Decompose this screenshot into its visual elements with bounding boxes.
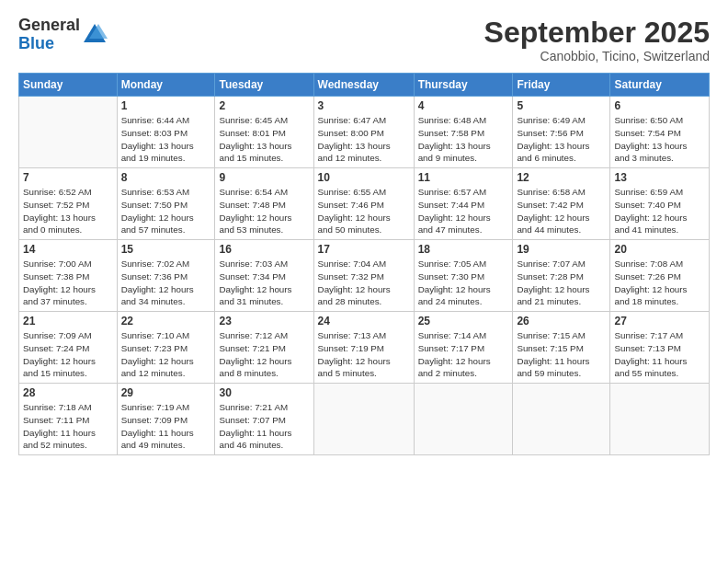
- day-info: Sunrise: 6:44 AMSunset: 8:03 PMDaylight:…: [121, 114, 211, 165]
- calendar-cell: 4Sunrise: 6:48 AMSunset: 7:58 PMDaylight…: [414, 97, 513, 168]
- day-number: 14: [23, 243, 113, 256]
- header: General Blue September 2025 Canobbio, Ti…: [18, 17, 710, 63]
- calendar-cell: 10Sunrise: 6:55 AMSunset: 7:46 PMDayligh…: [313, 168, 414, 240]
- day-number: 18: [418, 243, 509, 256]
- day-info: Sunrise: 6:47 AMSunset: 8:00 PMDaylight:…: [318, 114, 410, 165]
- day-info: Sunrise: 7:15 AMSunset: 7:15 PMDaylight:…: [517, 329, 606, 380]
- day-number: 25: [418, 315, 509, 327]
- day-number: 7: [23, 171, 113, 184]
- day-number: 1: [121, 99, 211, 112]
- calendar-cell: 12Sunrise: 6:58 AMSunset: 7:42 PMDayligh…: [513, 168, 610, 240]
- day-info: Sunrise: 7:05 AMSunset: 7:30 PMDaylight:…: [418, 258, 509, 308]
- calendar-cell: 7Sunrise: 6:52 AMSunset: 7:52 PMDaylight…: [19, 168, 118, 240]
- weekday-header-sunday: Sunday: [19, 74, 118, 97]
- title-block: September 2025 Canobbio, Ticino, Switzer…: [484, 17, 710, 63]
- logo-blue-text: Blue: [18, 35, 80, 53]
- day-info: Sunrise: 7:09 AMSunset: 7:24 PMDaylight:…: [23, 329, 113, 380]
- location-subtitle: Canobbio, Ticino, Switzerland: [484, 49, 710, 63]
- day-number: 23: [219, 315, 309, 327]
- day-info: Sunrise: 7:21 AMSunset: 7:07 PMDaylight:…: [219, 401, 309, 452]
- calendar-cell: 25Sunrise: 7:14 AMSunset: 7:17 PMDayligh…: [414, 312, 513, 384]
- calendar-cell: 1Sunrise: 6:44 AMSunset: 8:03 PMDaylight…: [117, 97, 215, 168]
- weekday-header-row: SundayMondayTuesdayWednesdayThursdayFrid…: [19, 74, 710, 97]
- calendar-cell: 30Sunrise: 7:21 AMSunset: 7:07 PMDayligh…: [215, 384, 313, 455]
- calendar-week-2: 7Sunrise: 6:52 AMSunset: 7:52 PMDaylight…: [19, 168, 710, 240]
- day-number: 24: [318, 315, 410, 327]
- day-number: 9: [219, 171, 309, 184]
- weekday-header-tuesday: Tuesday: [215, 74, 313, 97]
- day-number: 21: [23, 315, 113, 327]
- page: General Blue September 2025 Canobbio, Ti…: [0, 0, 728, 563]
- calendar-week-4: 21Sunrise: 7:09 AMSunset: 7:24 PMDayligh…: [19, 312, 710, 384]
- weekday-header-thursday: Thursday: [414, 74, 513, 97]
- day-number: 11: [418, 171, 509, 184]
- day-number: 22: [121, 315, 211, 327]
- calendar-cell: 13Sunrise: 6:59 AMSunset: 7:40 PMDayligh…: [610, 168, 710, 240]
- day-number: 15: [121, 243, 211, 256]
- calendar-cell: 11Sunrise: 6:57 AMSunset: 7:44 PMDayligh…: [414, 168, 513, 240]
- day-info: Sunrise: 6:55 AMSunset: 7:46 PMDaylight:…: [318, 186, 410, 236]
- calendar-cell: 29Sunrise: 7:19 AMSunset: 7:09 PMDayligh…: [117, 384, 215, 455]
- day-number: 8: [121, 171, 211, 184]
- calendar-cell: [610, 384, 710, 455]
- calendar-week-3: 14Sunrise: 7:00 AMSunset: 7:38 PMDayligh…: [19, 240, 710, 312]
- calendar-table: SundayMondayTuesdayWednesdayThursdayFrid…: [18, 73, 710, 455]
- logo-general-text: General: [18, 17, 80, 35]
- day-info: Sunrise: 6:59 AMSunset: 7:40 PMDaylight:…: [614, 186, 705, 236]
- weekday-header-saturday: Saturday: [610, 74, 710, 97]
- calendar-cell: 20Sunrise: 7:08 AMSunset: 7:26 PMDayligh…: [610, 240, 710, 312]
- day-info: Sunrise: 7:14 AMSunset: 7:17 PMDaylight:…: [418, 329, 509, 380]
- day-number: 3: [318, 99, 410, 112]
- calendar-cell: 26Sunrise: 7:15 AMSunset: 7:15 PMDayligh…: [513, 312, 610, 384]
- day-info: Sunrise: 6:45 AMSunset: 8:01 PMDaylight:…: [219, 114, 309, 165]
- day-info: Sunrise: 7:12 AMSunset: 7:21 PMDaylight:…: [219, 329, 309, 380]
- calendar-cell: 19Sunrise: 7:07 AMSunset: 7:28 PMDayligh…: [513, 240, 610, 312]
- day-info: Sunrise: 7:02 AMSunset: 7:36 PMDaylight:…: [121, 258, 211, 308]
- calendar-cell: 28Sunrise: 7:18 AMSunset: 7:11 PMDayligh…: [19, 384, 118, 455]
- day-info: Sunrise: 6:58 AMSunset: 7:42 PMDaylight:…: [517, 186, 606, 236]
- day-number: 29: [121, 386, 211, 399]
- day-number: 28: [23, 386, 113, 399]
- day-number: 20: [614, 243, 705, 256]
- day-number: 6: [614, 99, 705, 112]
- calendar-cell: 6Sunrise: 6:50 AMSunset: 7:54 PMDaylight…: [610, 97, 710, 168]
- calendar-cell: 21Sunrise: 7:09 AMSunset: 7:24 PMDayligh…: [19, 312, 118, 384]
- calendar-cell: 17Sunrise: 7:04 AMSunset: 7:32 PMDayligh…: [313, 240, 414, 312]
- calendar-cell: 3Sunrise: 6:47 AMSunset: 8:00 PMDaylight…: [313, 97, 414, 168]
- day-number: 30: [219, 386, 309, 399]
- day-info: Sunrise: 6:54 AMSunset: 7:48 PMDaylight:…: [219, 186, 309, 236]
- calendar-cell: 22Sunrise: 7:10 AMSunset: 7:23 PMDayligh…: [117, 312, 215, 384]
- day-info: Sunrise: 6:49 AMSunset: 7:56 PMDaylight:…: [517, 114, 606, 165]
- day-number: 17: [318, 243, 410, 256]
- day-number: 5: [517, 99, 606, 112]
- day-number: 27: [614, 315, 705, 327]
- calendar-cell: 5Sunrise: 6:49 AMSunset: 7:56 PMDaylight…: [513, 97, 610, 168]
- calendar-cell: 8Sunrise: 6:53 AMSunset: 7:50 PMDaylight…: [117, 168, 215, 240]
- calendar-week-5: 28Sunrise: 7:18 AMSunset: 7:11 PMDayligh…: [19, 384, 710, 455]
- day-number: 12: [517, 171, 606, 184]
- day-info: Sunrise: 7:03 AMSunset: 7:34 PMDaylight:…: [219, 258, 309, 308]
- day-info: Sunrise: 6:50 AMSunset: 7:54 PMDaylight:…: [614, 114, 705, 165]
- calendar-cell: 27Sunrise: 7:17 AMSunset: 7:13 PMDayligh…: [610, 312, 710, 384]
- day-info: Sunrise: 7:13 AMSunset: 7:19 PMDaylight:…: [318, 329, 410, 380]
- day-info: Sunrise: 7:07 AMSunset: 7:28 PMDaylight:…: [517, 258, 606, 308]
- calendar-cell: [313, 384, 414, 455]
- logo: General Blue: [18, 17, 108, 53]
- day-info: Sunrise: 7:18 AMSunset: 7:11 PMDaylight:…: [23, 401, 113, 452]
- day-number: 26: [517, 315, 606, 327]
- day-info: Sunrise: 7:17 AMSunset: 7:13 PMDaylight:…: [614, 329, 705, 380]
- weekday-header-monday: Monday: [117, 74, 215, 97]
- month-title: September 2025: [484, 17, 710, 49]
- calendar-cell: 16Sunrise: 7:03 AMSunset: 7:34 PMDayligh…: [215, 240, 313, 312]
- day-number: 2: [219, 99, 309, 112]
- calendar-cell: 15Sunrise: 7:02 AMSunset: 7:36 PMDayligh…: [117, 240, 215, 312]
- calendar-cell: 23Sunrise: 7:12 AMSunset: 7:21 PMDayligh…: [215, 312, 313, 384]
- day-info: Sunrise: 6:57 AMSunset: 7:44 PMDaylight:…: [418, 186, 509, 236]
- weekday-header-wednesday: Wednesday: [313, 74, 414, 97]
- day-info: Sunrise: 6:52 AMSunset: 7:52 PMDaylight:…: [23, 186, 113, 236]
- calendar-cell: 14Sunrise: 7:00 AMSunset: 7:38 PMDayligh…: [19, 240, 118, 312]
- calendar-week-1: 1Sunrise: 6:44 AMSunset: 8:03 PMDaylight…: [19, 97, 710, 168]
- day-info: Sunrise: 6:48 AMSunset: 7:58 PMDaylight:…: [418, 114, 509, 165]
- day-number: 16: [219, 243, 309, 256]
- day-info: Sunrise: 7:08 AMSunset: 7:26 PMDaylight:…: [614, 258, 705, 308]
